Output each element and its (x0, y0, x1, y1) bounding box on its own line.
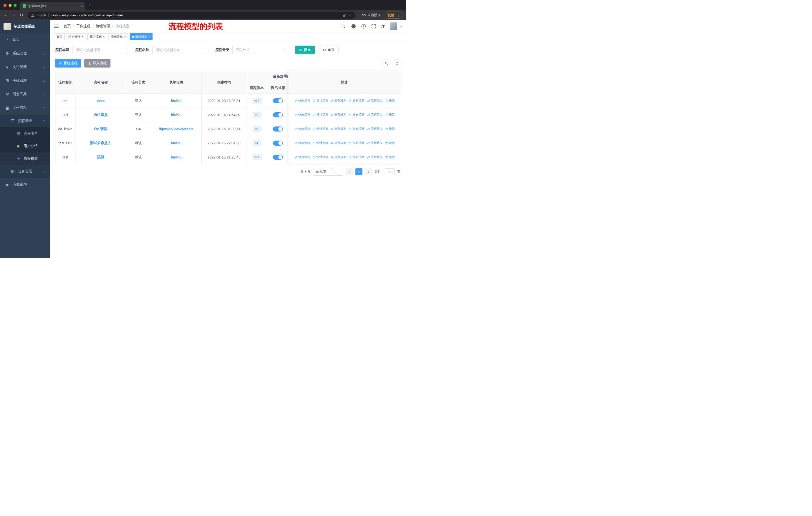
new-tab-button[interactable]: + (89, 2, 91, 8)
search-icon[interactable] (341, 24, 346, 29)
avatar[interactable] (389, 22, 397, 30)
process-name-link[interactable]: OA 请假 (94, 127, 107, 131)
search-button[interactable]: 搜索 (295, 46, 315, 54)
assign-rule-link[interactable]: 分配规则 (331, 155, 347, 159)
form-info-link[interactable]: biubiu (171, 155, 181, 159)
fullscreen-icon[interactable] (371, 24, 376, 29)
assign-rule-link[interactable]: 分配规则 (331, 99, 347, 103)
edit-process-link[interactable]: 修改流程 (294, 127, 310, 131)
publish-process-link[interactable]: 发布流程 (349, 113, 365, 117)
status-toggle[interactable] (273, 141, 283, 146)
version-tag[interactable]: v21 (252, 155, 262, 160)
tag-my-process[interactable]: 我的流程 × (87, 33, 107, 40)
process-definition-link[interactable]: 流程定义 (367, 141, 383, 145)
sidebar-toggle-icon[interactable] (54, 23, 60, 29)
form-info-link[interactable]: biubiu (171, 99, 181, 103)
close-tag-icon[interactable]: × (103, 35, 105, 38)
design-process-link[interactable]: 设计流程 (313, 141, 328, 145)
tag-home[interactable]: 首页 (54, 33, 65, 40)
version-tag[interactable]: v17 (252, 98, 262, 104)
bookmark-star-icon[interactable]: ☆ (349, 13, 352, 18)
sidebar-item-system[interactable]: ⚙ 系统管理 (0, 47, 50, 60)
process-definition-link[interactable]: 流程定义 (367, 113, 383, 117)
assign-rule-link[interactable]: 分配规则 (331, 113, 347, 117)
status-toggle[interactable] (273, 98, 283, 103)
current-page-button[interactable]: 1 (355, 168, 362, 175)
edit-process-link[interactable]: 修改流程 (294, 141, 310, 145)
publish-process-link[interactable]: 发布流程 (349, 155, 365, 159)
tag-process-model[interactable]: 流程模型 × (129, 33, 152, 40)
edit-process-link[interactable]: 修改流程 (294, 99, 310, 103)
password-key-icon[interactable] (343, 13, 347, 17)
form-info-link[interactable]: /bpm/oa/leave/create (159, 127, 194, 131)
design-process-link[interactable]: 设计流程 (313, 113, 328, 117)
create-process-button[interactable]: 新建流程 (55, 59, 81, 67)
sidebar-item-task-management[interactable]: ▥ 任务管理 (0, 165, 50, 178)
reset-button[interactable]: 重置 (319, 46, 339, 54)
minimize-window-button[interactable] (8, 4, 11, 7)
process-name-link[interactable]: eeee (97, 99, 105, 103)
github-icon[interactable] (351, 24, 356, 29)
sidebar-item-infrastructure[interactable]: ⊞ 基础设施 (0, 74, 50, 87)
page-size-select[interactable]: 10条/页 (313, 168, 343, 175)
tag-tenant[interactable]: 租户管理 × (66, 33, 86, 40)
update-label[interactable]: 更新 (388, 13, 394, 18)
publish-process-link[interactable]: 发布流程 (349, 127, 365, 131)
browser-tab[interactable]: 芋道管理系统 × (20, 2, 85, 10)
breadcrumb-process-management[interactable]: 流程管理 (93, 24, 110, 28)
reload-button[interactable]: ↻ (18, 12, 25, 19)
sidebar-item-process-form[interactable]: ▤ 流程表单 (0, 127, 50, 140)
close-window-button[interactable] (3, 4, 6, 7)
prev-page-button[interactable]: ‹ (346, 168, 353, 175)
delete-process-link[interactable]: 删除 (385, 155, 395, 159)
category-select[interactable]: 流程分类 (232, 46, 288, 54)
status-toggle[interactable] (273, 127, 283, 132)
process-definition-link[interactable]: 流程定义 (367, 127, 383, 131)
delete-process-link[interactable]: 删除 (385, 127, 395, 131)
version-tag[interactable]: v4 (253, 140, 261, 146)
forward-button[interactable]: → (10, 12, 17, 19)
maximize-window-button[interactable] (13, 4, 17, 7)
back-button[interactable]: ← (3, 12, 9, 19)
delete-process-link[interactable]: 删除 (385, 141, 395, 145)
update-chip[interactable]: 更新 ⋮ (385, 11, 403, 19)
delete-process-link[interactable]: 删除 (385, 113, 395, 117)
tag-process-form[interactable]: 流程表单 × (109, 33, 128, 40)
process-name-link[interactable]: 滔博 (97, 155, 104, 159)
status-toggle[interactable] (273, 155, 283, 160)
sidebar-item-process-management[interactable]: ☰ 流程管理 (0, 115, 50, 127)
process-definition-link[interactable]: 流程定义 (367, 155, 383, 159)
design-process-link[interactable]: 设计流程 (313, 99, 328, 103)
breadcrumb-workflow[interactable]: 工作流程 (73, 24, 90, 28)
next-page-button[interactable]: › (365, 168, 372, 175)
import-process-button[interactable]: 导入流程 (84, 59, 111, 67)
process-id-input[interactable] (72, 46, 128, 54)
sidebar-item-home[interactable]: ◔ 首页 (0, 33, 50, 47)
sidebar-item-devtools[interactable]: ⚒ 研发工具 (0, 87, 50, 101)
process-definition-link[interactable]: 流程定义 (367, 99, 383, 103)
address-bar[interactable]: 不安全 dashboard.yudao.iocoder.cn/bpm/manag… (28, 11, 355, 19)
close-tab-icon[interactable]: × (81, 4, 83, 8)
design-process-link[interactable]: 设计流程 (313, 155, 328, 159)
sidebar-logo[interactable]: 芋道管理系统 (0, 20, 50, 33)
browser-menu-icon[interactable]: ⋮ (397, 13, 400, 17)
process-name-link[interactable]: 自己审批 (94, 113, 108, 117)
sidebar-item-user-group[interactable]: ▣ 用户分组 (0, 140, 50, 153)
version-tag[interactable]: v5 (253, 126, 261, 132)
sidebar-item-process-model[interactable]: ✈ 流程模型 (0, 153, 50, 165)
version-tag[interactable]: v2 (253, 112, 261, 118)
font-size-icon[interactable]: ıT (381, 24, 385, 28)
assign-rule-link[interactable]: 分配规则 (331, 141, 347, 145)
sidebar-item-leave-query[interactable]: ☻ 请假查询 (0, 178, 50, 191)
publish-process-link[interactable]: 发布流程 (349, 99, 365, 103)
close-tag-icon[interactable]: × (148, 35, 150, 38)
close-tag-icon[interactable]: × (82, 35, 84, 38)
sidebar-item-payment[interactable]: ¥ 支付管理 (0, 60, 50, 74)
form-info-link[interactable]: biubiu (171, 141, 181, 145)
search-toggle-icon[interactable] (382, 59, 390, 67)
process-name-input[interactable] (152, 46, 208, 54)
help-icon[interactable] (361, 24, 366, 29)
edit-process-link[interactable]: 修改流程 (294, 113, 310, 117)
form-info-link[interactable]: biubiu (171, 113, 181, 117)
delete-process-link[interactable]: 删除 (385, 99, 395, 103)
